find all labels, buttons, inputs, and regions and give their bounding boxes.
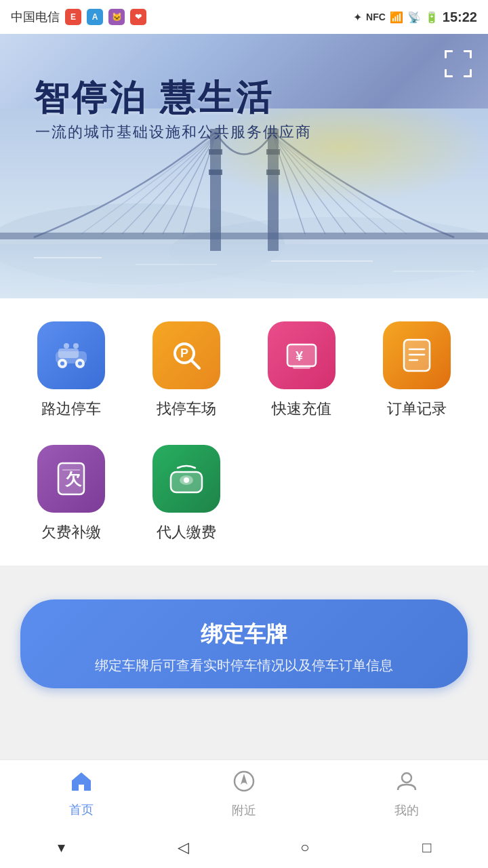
- svg-rect-35: [470, 69, 472, 77]
- app-icon-1: E: [65, 9, 81, 25]
- menu-label-pay-for-others: 代人缴费: [157, 522, 216, 542]
- signal-icon: 📡: [407, 11, 421, 24]
- svg-text:P: P: [180, 347, 188, 360]
- menu-grid: 路边停车 P 找停车场 ¥: [0, 298, 488, 566]
- roadside-parking-icon: [37, 321, 105, 389]
- menu-label-quick-recharge: 快速充值: [272, 399, 331, 419]
- carrier-label: 中国电信: [11, 9, 60, 25]
- svg-point-62: [243, 779, 246, 783]
- menu-item-find-parking[interactable]: P 找停车场: [129, 312, 244, 429]
- bottom-nav: 首页 附近 我的: [0, 760, 488, 827]
- nav-item-home[interactable]: 首页: [0, 770, 163, 818]
- svg-marker-61: [241, 774, 247, 785]
- svg-point-42: [64, 343, 69, 349]
- svg-text:欠: 欠: [64, 470, 82, 488]
- svg-rect-29: [445, 50, 447, 58]
- dropdown-nav-btn[interactable]: ▾: [47, 834, 75, 861]
- time-display: 15:22: [443, 9, 477, 25]
- svg-point-38: [60, 361, 64, 366]
- svg-point-40: [78, 361, 82, 366]
- banner-subtitle: 一流的城市基础设施和公共服务供应商: [35, 122, 312, 142]
- svg-rect-49: [293, 366, 310, 369]
- status-bar: 中国电信 E A 🐱 ❤ ✦ NFC 📶 📡 🔋 15:22: [0, 0, 488, 34]
- wifi-icon: 📶: [390, 11, 403, 24]
- nav-item-mine[interactable]: 我的: [325, 770, 488, 818]
- back-nav-btn[interactable]: ◁: [169, 834, 197, 861]
- bluetooth-icon: ✦: [353, 11, 362, 24]
- unpaid-fees-icon: 欠: [37, 445, 105, 513]
- app-icon-2: A: [87, 9, 103, 25]
- svg-rect-31: [470, 50, 472, 58]
- quick-recharge-icon: ¥: [268, 321, 336, 389]
- svg-rect-41: [58, 349, 79, 358]
- status-icons: ✦ NFC 📶 📡 🔋 15:22: [353, 9, 477, 25]
- menu-item-pay-for-others[interactable]: 代人缴费: [129, 435, 244, 552]
- svg-point-43: [73, 343, 79, 349]
- menu-item-quick-recharge[interactable]: ¥ 快速充值: [244, 312, 359, 429]
- recents-nav-btn[interactable]: □: [413, 834, 441, 861]
- banner-title: 智停泊 慧生活: [34, 75, 274, 122]
- menu-row-2: 欠 欠费补缴 代人缴费: [14, 435, 474, 552]
- menu-row-1: 路边停车 P 找停车场 ¥: [14, 312, 474, 429]
- app-icon-4: ❤: [130, 9, 146, 25]
- nfc-icon: NFC: [366, 12, 386, 22]
- bind-license-button[interactable]: 绑定车牌 绑定车牌后可查看实时停车情况以及停车订单信息: [20, 599, 468, 688]
- svg-point-63: [402, 773, 411, 783]
- menu-item-order-records[interactable]: 订单记录: [359, 312, 474, 429]
- svg-point-59: [184, 477, 189, 483]
- find-parking-icon: P: [152, 321, 220, 389]
- scan-icon[interactable]: [442, 47, 474, 80]
- order-records-icon: [383, 321, 451, 389]
- status-bar-left: 中国电信 E A 🐱 ❤: [11, 9, 146, 25]
- svg-line-45: [191, 360, 199, 368]
- bind-button-description: 绑定车牌后可查看实时停车情况以及停车订单信息: [34, 656, 454, 675]
- bind-button-title: 绑定车牌: [34, 620, 454, 650]
- menu-label-unpaid-fees: 欠费补缴: [41, 522, 101, 542]
- home-nav-label: 首页: [69, 802, 94, 818]
- bind-section: 绑定车牌 绑定车牌后可查看实时停车情况以及停车订单信息: [0, 579, 488, 709]
- menu-item-roadside-parking[interactable]: 路边停车: [14, 312, 129, 429]
- pay-for-others-icon: [152, 445, 220, 513]
- nearby-nav-label: 附近: [232, 802, 256, 818]
- home-nav-icon: [70, 770, 93, 797]
- section-divider: [0, 566, 488, 579]
- svg-text:¥: ¥: [296, 349, 304, 363]
- battery-icon: 🔋: [425, 11, 439, 24]
- svg-rect-33: [445, 69, 447, 77]
- nav-item-nearby[interactable]: 附近: [163, 770, 325, 818]
- menu-label-find-parking: 找停车场: [157, 399, 216, 419]
- profile-nav-icon: [395, 770, 418, 798]
- menu-label-roadside-parking: 路边停车: [41, 399, 101, 419]
- main-content: 智停泊 慧生活 一流的城市基础设施和公共服务供应商: [0, 34, 488, 817]
- hero-banner: 智停泊 慧生活 一流的城市基础设施和公共服务供应商: [0, 34, 488, 298]
- nearby-nav-icon: [232, 770, 256, 798]
- menu-item-unpaid-fees[interactable]: 欠 欠费补缴: [14, 435, 129, 552]
- system-nav-bar: ▾ ◁ ○ □: [0, 827, 488, 868]
- mine-nav-label: 我的: [394, 802, 419, 818]
- app-icon-3: 🐱: [108, 9, 125, 25]
- menu-label-order-records: 订单记录: [387, 399, 447, 419]
- home-system-btn[interactable]: ○: [291, 834, 319, 861]
